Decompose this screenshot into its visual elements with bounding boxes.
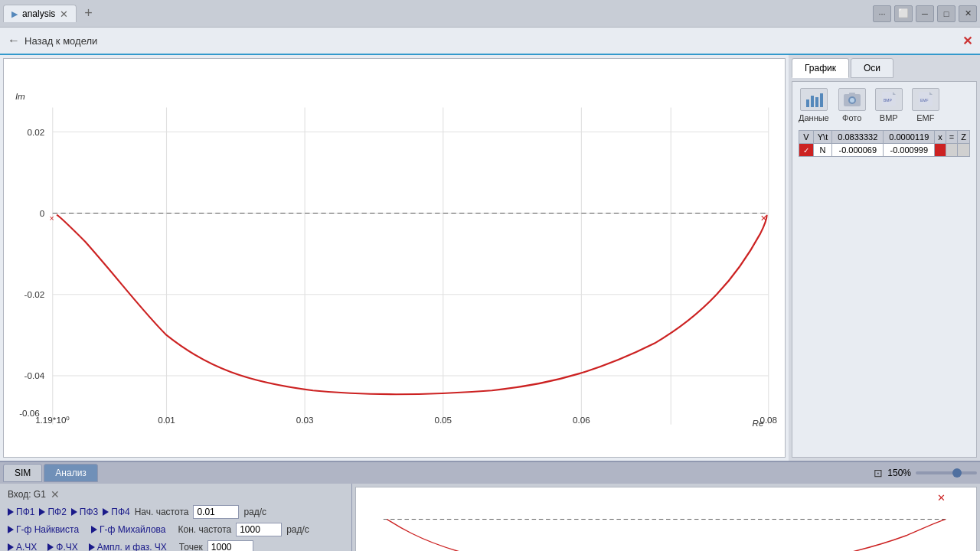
win-minimize-btn[interactable]: ─ [916,5,934,22]
y-tick--0.02: -0.02 [24,289,45,299]
achx-icon [8,543,14,551]
x-tick-1: 1.19*10⁰ [35,415,70,425]
svg-rect-10 [893,95,896,106]
svg-rect-3 [820,93,823,107]
tochek-label: Точек [179,542,203,551]
bottom-tabs: SIM Анализ ⊡ 150% [0,462,980,484]
y-tick-0: 0 [40,208,45,218]
col-z: Z [958,131,970,144]
svg-rect-2 [815,97,818,107]
right-panel: График Оси Данные [789,55,980,461]
gf-naik-btn[interactable]: Г-ф Найквиста [8,524,79,535]
win-menu-btn[interactable]: ··· [873,5,891,22]
tab-close-btn[interactable]: ✕ [60,9,68,19]
preview-close[interactable]: ✕ [938,492,946,504]
ampl-faz-btn[interactable]: Ампл. и фаз. ЧХ [89,542,167,551]
chart-preview: ✕ [355,487,977,551]
zoom-slider[interactable] [916,471,977,474]
chart-svg: Im Re 0.02 0 -0.02 -0.04 -0.06 [4,59,785,457]
data-icon-label: Данные [799,113,829,122]
fchx-icon [47,543,54,551]
win-screenshot-btn[interactable]: ⬜ [894,5,913,22]
tab-icon: ▶ [11,9,18,19]
row-name: N [813,144,832,157]
bottom-panel: SIM Анализ ⊡ 150% Вход: G1 ✕ ПФ1 [0,461,980,551]
achx-btn[interactable]: А.ЧХ [8,542,37,551]
analysis-tab-bottom[interactable]: Анализ [44,464,98,482]
pf2-btn[interactable]: ПФ2 [39,507,66,517]
tochek-input[interactable] [207,540,253,551]
col-val2: 0.0000119 [884,131,935,144]
analysis-tab[interactable]: ▶ analysis ✕ [3,5,77,22]
pf1-btn[interactable]: ПФ1 [8,507,34,517]
tab-osi[interactable]: Оси [851,58,893,78]
achx-label: А.ЧХ [16,542,37,551]
pf3-btn[interactable]: ПФ3 [71,507,98,517]
preview-curve [387,520,945,551]
col-val1: 0.0833332 [832,131,884,144]
svg-rect-0 [806,99,809,107]
gf-mikh-icon [91,526,97,533]
close-input-btn[interactable]: ✕ [51,488,60,500]
foto-icon-label: Фото [842,113,861,122]
row-color-red [935,144,946,157]
tab-label: analysis [22,8,55,19]
foto-icon [838,88,866,111]
emf-icon-label: EMF [916,113,934,122]
pf4-label: ПФ4 [111,507,129,517]
zoom-icon[interactable]: ⊡ [874,467,883,479]
kon-unit: рад/с [286,524,309,535]
row-val: -0.000999 [884,144,935,157]
row-color-z [958,144,970,157]
x-tick-4: 0.05 [434,415,452,425]
data-icon [800,88,828,111]
nach-label: Нач. частота [135,507,189,517]
achx-row: А.ЧХ Ф.ЧХ Ампл. и фаз. ЧХ Точек [8,540,344,551]
pf4-play-icon [103,508,109,516]
panel-content: Данные Фото [792,81,977,458]
win-maximize-btn[interactable]: □ [937,5,956,22]
pf2-play-icon [39,508,45,516]
svg-text:BMP: BMP [884,98,893,103]
data-icon-item[interactable]: Данные [799,88,829,122]
svg-point-6 [850,98,854,103]
pf3-play-icon [71,508,77,516]
sim-tab[interactable]: SIM [3,464,42,482]
svg-marker-13 [929,92,933,95]
zoom-thumb[interactable] [952,468,962,478]
cursor-start: × [50,214,54,223]
svg-rect-14 [929,95,933,106]
pf-buttons-row: ПФ1 ПФ2 ПФ3 ПФ4 Нач. частота рад/с [8,505,344,519]
fchx-label: Ф.ЧХ [56,542,77,551]
nach-input[interactable] [193,505,239,519]
fchx-btn[interactable]: Ф.ЧХ [47,542,77,551]
preview-svg: ✕ [356,487,976,551]
main-content: Im Re 0.02 0 -0.02 -0.04 -0.06 [0,55,980,461]
add-tab-button[interactable]: + [80,4,97,23]
y-axis-label: Im [15,91,25,101]
kon-label: Кон. частота [178,524,231,535]
panel-icons: Данные Фото [799,88,970,122]
nav-close-btn[interactable]: ✕ [962,34,972,48]
win-close-btn[interactable]: ✕ [959,5,977,22]
kon-input[interactable] [236,523,282,536]
foto-icon-item[interactable]: Фото [838,88,866,122]
back-arrow-icon: ← [8,34,20,47]
pf4-btn[interactable]: ПФ4 [103,507,129,517]
nyquist-curve [57,215,767,395]
header-row: Вход: G1 ✕ [8,488,344,500]
zoom-area: ⊡ 150% [874,467,977,479]
svg-rect-1 [811,96,814,107]
ampl-faz-icon [89,543,95,551]
bmp-icon-item[interactable]: BMP BMP [875,88,903,122]
x-tick-6: 0.08 [760,415,777,425]
tab-grafik[interactable]: График [792,58,849,78]
x-tick-2: 0.01 [158,415,175,425]
emf-icon-item[interactable]: EMF EMF [912,88,939,122]
panel-tabs: График Оси [792,58,977,78]
back-button[interactable]: ← Назад к модели [8,34,97,47]
svg-rect-7 [849,93,855,96]
check-cell[interactable]: ✓ [799,144,814,157]
title-bar: ▶ analysis ✕ + ··· ⬜ ─ □ ✕ [0,0,980,28]
gf-mikh-btn[interactable]: Г-ф Михайлова [91,524,165,535]
